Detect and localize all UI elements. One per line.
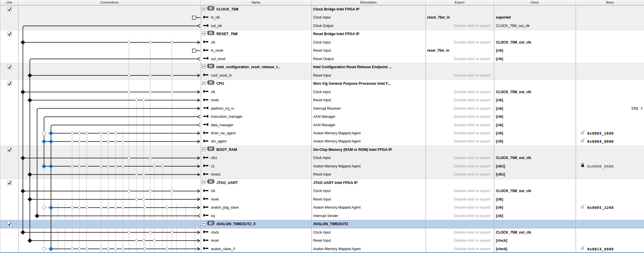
export-placeholder-cell[interactable]: Double-click to export xyxy=(428,55,490,63)
export-placeholder-cell[interactable]: Double-click to export xyxy=(428,71,490,79)
collapse-icon[interactable] xyxy=(202,7,206,11)
export-placeholder-cell[interactable]: Double-click to export xyxy=(428,162,490,170)
base-address-cell[interactable]: 0x0005_2080 xyxy=(581,129,643,137)
clock-cell[interactable]: CLOCK_75M_out_clk xyxy=(496,38,574,46)
port-name-cell[interactable]: out_reset xyxy=(203,55,310,63)
export-placeholder-cell[interactable]: Double-click to export xyxy=(428,129,490,137)
column-header-description[interactable]: Description xyxy=(311,0,426,5)
clock-cell[interactable]: CLOCK_75M_out_clk xyxy=(496,22,574,30)
clock-cell[interactable]: [clock] xyxy=(496,245,574,253)
export-placeholder-cell[interactable]: Double-click to export xyxy=(428,228,490,236)
export-placeholder-cell[interactable]: Double-click to export xyxy=(428,38,490,46)
collapse-icon[interactable] xyxy=(202,147,206,151)
export-placeholder-cell[interactable]: Double-click to export xyxy=(428,137,490,145)
module-name-cell[interactable]: CPU xyxy=(202,79,310,88)
export-placeholder-cell[interactable]: Double-click to export xyxy=(428,104,490,113)
port-name-cell[interactable]: avalon_jtag_slave xyxy=(203,203,310,212)
clock-cell[interactable]: [clk] xyxy=(496,96,574,104)
collapse-icon[interactable] xyxy=(202,222,206,225)
port-name-cell[interactable]: conf_reset_in xyxy=(203,71,310,79)
base-address-cell[interactable]: 0x0014_0000 xyxy=(581,245,643,253)
export-placeholder-cell[interactable]: Double-click to export xyxy=(428,88,490,96)
base-address-cell[interactable]: 0x0004_0000 xyxy=(581,137,643,145)
clock-cell[interactable]: CLOCK_75M_out_clk xyxy=(496,228,574,236)
port-name-cell[interactable]: clk xyxy=(203,38,310,46)
base-address-cell[interactable]: 0x0005_2268 xyxy=(581,203,643,212)
port-name-cell[interactable]: reset xyxy=(203,96,310,104)
port-name-cell[interactable]: data_manager xyxy=(203,121,310,129)
column-header-name[interactable]: Name xyxy=(201,0,311,5)
port-name-cell[interactable]: s1 xyxy=(203,162,310,170)
clock-cell[interactable]: [clk] xyxy=(496,55,574,63)
column-header-export[interactable]: Export xyxy=(426,0,494,5)
use-checkbox[interactable] xyxy=(7,32,12,36)
collapse-icon[interactable] xyxy=(202,180,206,184)
export-placeholder-cell[interactable]: Double-click to export xyxy=(428,113,490,121)
port-name-cell[interactable]: clk xyxy=(203,187,310,195)
module-name-cell[interactable]: BOOT_RAM xyxy=(202,146,310,154)
export-placeholder-cell[interactable]: Double-click to export xyxy=(428,96,490,104)
port-name-cell[interactable]: in_clk xyxy=(203,13,310,21)
clock-cell[interactable]: CLOCK_75M_out_clk xyxy=(496,88,574,96)
clock-cell[interactable]: [clk1] xyxy=(496,162,574,170)
port-name-cell[interactable]: clock xyxy=(203,228,310,236)
export-placeholder-cell[interactable]: Double-click to export xyxy=(428,121,490,129)
use-checkbox[interactable] xyxy=(7,180,12,185)
clock-cell[interactable]: exported xyxy=(496,13,574,21)
clock-cell[interactable]: [clk] xyxy=(496,212,574,220)
column-header-clock[interactable]: Clock xyxy=(494,0,576,5)
module-name-cell[interactable]: RESET_75M xyxy=(202,30,310,38)
port-name-cell[interactable]: in_reset xyxy=(203,46,310,55)
clock-cell[interactable]: [clock] xyxy=(496,236,574,245)
base-address-cell[interactable]: 0x0000_0000 xyxy=(581,162,643,170)
port-name-cell[interactable]: reset xyxy=(203,236,310,245)
export-placeholder-cell[interactable]: Double-click to export xyxy=(428,245,490,253)
module-name-cell[interactable]: AVALON_TIMEOUT2_0 xyxy=(202,220,310,228)
module-name-cell[interactable]: intel_configuration_reset_release_t... xyxy=(202,63,310,71)
clock-cell[interactable]: [clk1] xyxy=(496,170,574,178)
column-header-base[interactable]: Base xyxy=(576,0,644,5)
export-placeholder-cell[interactable]: Double-click to export xyxy=(428,195,490,203)
export-placeholder-cell[interactable]: Double-click to export xyxy=(428,187,490,195)
clock-cell[interactable]: [clk] xyxy=(496,46,574,55)
clock-cell[interactable]: [clk] xyxy=(496,195,574,203)
clock-cell[interactable]: [clk] xyxy=(496,129,574,137)
export-placeholder-cell[interactable]: Double-click to export xyxy=(428,170,490,178)
module-name-cell[interactable]: CLOCK_75M xyxy=(202,5,310,13)
port-name-cell[interactable]: dm_agent xyxy=(203,137,310,145)
collapse-icon[interactable] xyxy=(202,81,206,85)
collapse-icon[interactable] xyxy=(202,32,206,35)
port-name-cell[interactable]: reset1 xyxy=(203,170,310,178)
export-name-cell[interactable]: clock_75m_in xyxy=(427,13,492,21)
export-placeholder-cell[interactable]: Double-click to export xyxy=(428,154,490,162)
port-name-cell[interactable]: timer_sw_agent xyxy=(203,129,310,137)
export-placeholder-cell[interactable]: Double-click to export xyxy=(428,22,490,30)
clock-cell[interactable]: CLOCK_75M_out_clk xyxy=(496,154,574,162)
module-name-cell[interactable]: JTAG_UART xyxy=(202,179,310,187)
column-header-use[interactable]: Use xyxy=(0,0,18,5)
port-name-cell[interactable]: instruction_manager xyxy=(203,113,310,121)
clock-cell[interactable]: [clk] xyxy=(496,104,574,113)
collapse-icon[interactable] xyxy=(202,65,206,68)
use-checkbox[interactable] xyxy=(7,65,12,69)
port-name-cell[interactable]: out_clk xyxy=(203,22,310,30)
port-name-cell[interactable]: avalon_slave_0 xyxy=(203,245,310,253)
export-placeholder-cell[interactable]: Double-click to export xyxy=(428,236,490,245)
export-placeholder-cell[interactable]: Double-click to export xyxy=(428,212,490,220)
clock-cell[interactable]: CLOCK_75M_out_clk xyxy=(496,187,574,195)
clock-cell[interactable]: [clk] xyxy=(496,203,574,212)
export-placeholder-cell[interactable]: Double-click to export xyxy=(428,203,490,212)
port-name-cell[interactable]: platform_irq_rx xyxy=(203,104,310,113)
use-checkbox[interactable] xyxy=(7,147,12,152)
port-name-cell[interactable]: irq xyxy=(203,212,310,220)
export-name-cell[interactable]: reset_75m_in xyxy=(427,46,492,55)
clock-cell[interactable]: [clk] xyxy=(496,121,574,129)
clock-cell[interactable]: [clk] xyxy=(496,137,574,145)
port-name-cell[interactable]: clk1 xyxy=(203,154,310,162)
use-checkbox[interactable] xyxy=(7,81,12,86)
use-checkbox[interactable] xyxy=(7,7,12,12)
use-checkbox[interactable] xyxy=(7,222,12,226)
port-name-cell[interactable]: clk xyxy=(203,88,310,96)
column-header-connections[interactable]: Connections xyxy=(18,0,201,5)
port-name-cell[interactable]: reset xyxy=(203,195,310,203)
